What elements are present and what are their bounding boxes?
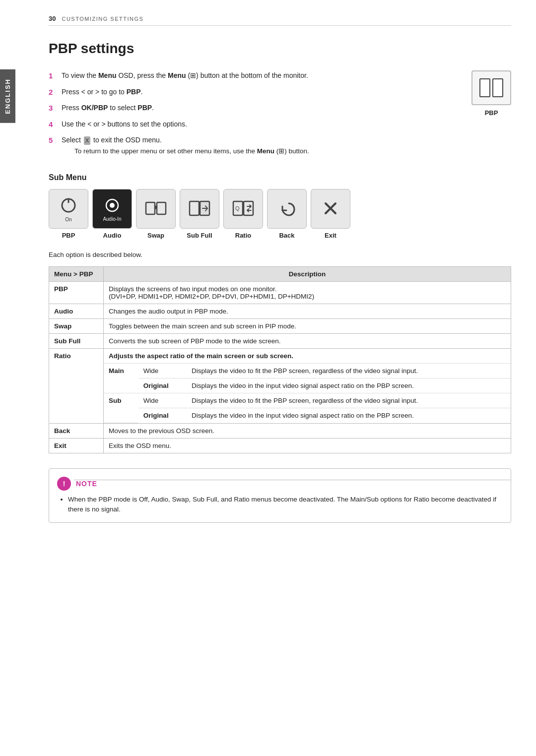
table-row-back: Back Moves to the previous OSD screen. xyxy=(49,423,511,438)
step-num-1: 1 xyxy=(49,70,57,82)
desc-line: Each option is described below. xyxy=(49,251,511,258)
icon-cell-audio: Audio-In xyxy=(92,189,132,229)
icon-label-audio: Audio xyxy=(92,232,132,239)
side-tab-english: ENGLISH xyxy=(0,69,15,123)
table-row-ratio: Ratio Adjusts the aspect ratio of the ma… xyxy=(49,349,511,424)
ratio-sub-original-row: Original Displays the video in the input… xyxy=(104,408,511,423)
step-text-1: To view the Menu OSD, press the Menu (⊞)… xyxy=(62,70,308,81)
step-text-3: Press OK/PBP to select PBP. xyxy=(62,103,154,113)
description-table: Menu > PBP Description PBP Displays the … xyxy=(49,266,511,453)
table-row-audio: Audio Changes the audio output in PBP mo… xyxy=(49,304,511,319)
table-col2-header: Description xyxy=(104,267,511,282)
table-row-pbp: PBP Displays the screens of two input mo… xyxy=(49,282,511,304)
table-row-subfull: Sub Full Converts the sub screen of PBP … xyxy=(49,334,511,349)
icon-label-ratio: Ratio xyxy=(223,232,263,239)
svg-rect-6 xyxy=(190,201,199,215)
table-key-exit: Exit xyxy=(49,438,104,453)
table-desc-swap: Toggles between the main screen and sub … xyxy=(104,319,511,334)
step-text-4: Use the < or > buttons to set the option… xyxy=(62,119,187,129)
svg-rect-4 xyxy=(146,202,155,214)
icon-cell-back xyxy=(267,189,307,229)
icon-btn-ratio[interactable]: Q xyxy=(223,189,263,229)
ratio-sub-original-desc: Displays the video in the input video si… xyxy=(187,408,511,423)
ratio-main-wide-label: Wide xyxy=(138,364,187,378)
table-desc-audio: Changes the audio output in PBP mode. xyxy=(104,304,511,319)
power-icon xyxy=(59,196,78,215)
pbp-inner xyxy=(479,78,503,97)
icon-btn-subfull[interactable] xyxy=(180,189,219,229)
note-box: ! NOTE When the PBP mode is Off, Audio, … xyxy=(49,468,511,523)
pbp-rect-right xyxy=(492,78,503,97)
svg-rect-5 xyxy=(157,202,166,214)
page-header: 30 CUSTOMIZING SETTINGS xyxy=(49,15,511,26)
ratio-sub-label: Sub xyxy=(104,393,138,423)
note-icon: ! xyxy=(57,477,71,491)
page-number: 30 xyxy=(49,15,56,22)
ratio-intro-row: Adjusts the aspect ratio of the main scr… xyxy=(104,349,511,364)
ratio-main-original-desc: Displays the video in the input video si… xyxy=(187,378,511,393)
ratio-sub-wide-desc: Displays the video to fit the PBP screen… xyxy=(187,393,511,408)
icon-label-row: PBP Audio Swap Sub Full Ratio Back Exit xyxy=(49,232,511,239)
ratio-inner-table: Adjusts the aspect ratio of the main scr… xyxy=(104,349,511,423)
note-item-1: When the PBP mode is Off, Audio, Swap, S… xyxy=(68,495,501,515)
icon-cell-subfull xyxy=(180,189,219,229)
ratio-main-wide-desc: Displays the video to fit the PBP screen… xyxy=(187,364,511,378)
sub-menu-title: Sub Menu xyxy=(49,173,511,182)
icon-btn-exit[interactable] xyxy=(311,189,350,229)
swap-icon xyxy=(145,199,167,217)
section-title: CUSTOMIZING SETTINGS xyxy=(62,16,143,22)
step-5-sub: To return to the upper menu or set other… xyxy=(74,146,309,156)
icon-btn-audio[interactable]: Audio-In xyxy=(92,189,132,229)
pbp-icon-box xyxy=(471,70,511,105)
icon-btn-swap[interactable] xyxy=(136,189,176,229)
icon-btn-pbp[interactable]: On xyxy=(49,189,88,229)
audio-icon xyxy=(103,196,121,214)
icon-btn-pbp-sublabel: On xyxy=(65,217,71,222)
steps-list: 1 To view the Menu OSD, press the Menu (… xyxy=(49,70,462,161)
icon-cell-pbp: On xyxy=(49,189,88,229)
ratio-icon: Q xyxy=(232,199,254,217)
table-key-ratio: Ratio xyxy=(49,349,104,424)
icon-label-swap: Swap xyxy=(136,232,176,239)
pbp-rect-left xyxy=(479,78,490,97)
icon-label-subfull: Sub Full xyxy=(180,232,219,239)
step-num-2: 2 xyxy=(49,87,57,98)
svg-rect-9 xyxy=(244,201,253,215)
ratio-sub-wide-label: Wide xyxy=(138,393,187,408)
table-row-exit: Exit Exits the OSD menu. xyxy=(49,438,511,453)
table-key-pbp: PBP xyxy=(49,282,104,304)
step-1: 1 To view the Menu OSD, press the Menu (… xyxy=(49,70,462,82)
table-key-back: Back xyxy=(49,423,104,438)
icon-label-pbp: PBP xyxy=(49,232,88,239)
icon-row: On Audio-In xyxy=(49,189,511,229)
ratio-intro-text: Adjusts the aspect ratio of the main scr… xyxy=(104,349,511,364)
pbp-label: PBP xyxy=(485,109,498,117)
subfull-icon xyxy=(189,199,210,217)
ratio-main-wide-row: Main Wide Displays the video to fit the … xyxy=(104,364,511,378)
icon-cell-ratio: Q xyxy=(223,189,263,229)
ratio-main-original-row: Original Displays the video in the input… xyxy=(104,378,511,393)
svg-text:Q: Q xyxy=(235,205,240,211)
table-desc-subfull: Converts the sub screen of PBP mode to t… xyxy=(104,334,511,349)
table-desc-back: Moves to the previous OSD screen. xyxy=(104,423,511,438)
step-num-4: 4 xyxy=(49,119,57,130)
table-desc-ratio: Adjusts the aspect ratio of the main scr… xyxy=(104,349,511,424)
step-text-5: Select X to exit the OSD menu. To return… xyxy=(62,135,309,156)
main-title: PBP settings xyxy=(49,41,511,57)
step-2: 2 Press < or > to go to PBP. xyxy=(49,87,462,98)
icon-btn-back[interactable] xyxy=(267,189,307,229)
step-5: 5 Select X to exit the OSD menu. To retu… xyxy=(49,135,462,156)
table-desc-pbp: Displays the screens of two input modes … xyxy=(104,282,511,304)
ratio-main-label: Main xyxy=(104,364,138,393)
back-icon xyxy=(277,199,297,217)
table-desc-exit: Exits the OSD menu. xyxy=(104,438,511,453)
step-num-3: 3 xyxy=(49,103,57,114)
table-key-audio: Audio xyxy=(49,304,104,319)
note-content: When the PBP mode is Off, Audio, Swap, S… xyxy=(59,495,501,515)
svg-point-3 xyxy=(110,203,115,208)
note-header: ! NOTE xyxy=(57,477,501,491)
table-col1-header: Menu > PBP xyxy=(49,267,104,282)
step-4: 4 Use the < or > buttons to set the opti… xyxy=(49,119,462,130)
note-title: NOTE xyxy=(76,480,97,488)
icon-label-exit: Exit xyxy=(311,232,350,239)
